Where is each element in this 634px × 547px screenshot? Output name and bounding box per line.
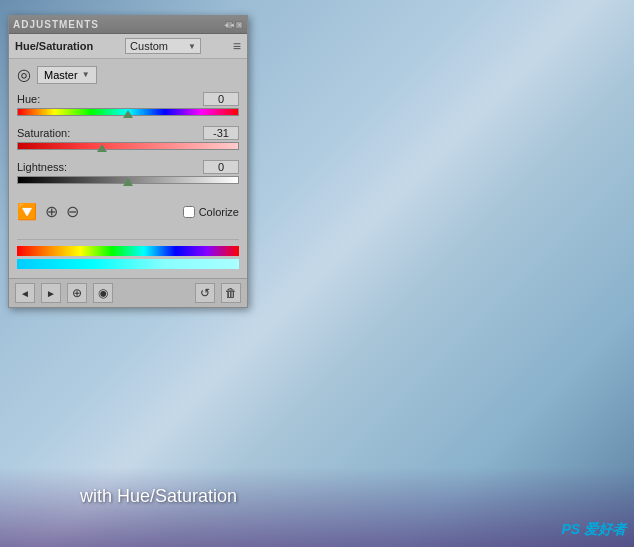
back-button[interactable]: ◄ [15, 283, 35, 303]
caption-text: with Hue/Saturation [80, 486, 237, 507]
cyan-spectrum-bar [17, 259, 239, 269]
close-button[interactable]: ✕ [235, 21, 243, 29]
hue-label: Hue: [17, 93, 40, 105]
colorize-label: Colorize [199, 206, 239, 218]
eyedroppers: 🔽 ⊕ ⊖ [17, 202, 79, 221]
hue-gradient-track[interactable] [17, 108, 239, 116]
light-label: Lightness: [17, 161, 67, 173]
sat-label: Saturation: [17, 127, 70, 139]
panel-menu-icon[interactable]: ≡ [233, 38, 241, 54]
sat-slider-track[interactable] [17, 142, 239, 154]
hue-row: Hue: [17, 92, 239, 120]
target-icon[interactable]: ◎ [17, 65, 31, 84]
light-value-input[interactable] [203, 160, 239, 174]
preset-arrow: ▼ [188, 42, 196, 51]
preset-dropdown[interactable]: Custom ▼ [125, 38, 201, 54]
saturation-row: Saturation: [17, 126, 239, 154]
bottom-overlay [0, 467, 634, 547]
light-label-row: Lightness: [17, 160, 239, 174]
visibility-button[interactable]: ◉ [93, 283, 113, 303]
sat-label-row: Saturation: [17, 126, 239, 140]
panel-title: ADJUSTMENTS [13, 19, 99, 30]
panel-header: Hue/Saturation Custom ▼ ≡ [9, 34, 247, 59]
lightness-row: Lightness: [17, 160, 239, 188]
light-thumb[interactable] [123, 176, 133, 186]
channel-dropdown[interactable]: Master ▼ [37, 66, 97, 84]
colorize-row: Colorize [183, 206, 239, 218]
panel-toolbar: ◄ ► ⊕ ◉ ↺ 🗑 [9, 278, 247, 307]
eyedropper-icon[interactable]: 🔽 [17, 202, 37, 221]
preset-label: Custom [130, 40, 168, 52]
eyedropper-add-icon[interactable]: ⊕ [45, 202, 58, 221]
preset-dropdown-box[interactable]: Custom ▼ [125, 38, 201, 54]
new-layer-button[interactable]: ⊕ [67, 283, 87, 303]
light-gradient-track[interactable] [17, 176, 239, 184]
eyedropper-subtract-icon[interactable]: ⊖ [66, 202, 79, 221]
sat-thumb[interactable] [97, 142, 107, 152]
colorize-checkbox[interactable] [183, 206, 195, 218]
channel-label: Master [44, 69, 78, 81]
hue-label-row: Hue: [17, 92, 239, 106]
toolbar-left: ◄ ► ⊕ ◉ [15, 283, 113, 303]
delete-button[interactable]: 🗑 [221, 283, 241, 303]
spectrum-section [17, 239, 239, 269]
panel-titlebar: ADJUSTMENTS ◄◄ ✕ [9, 16, 247, 34]
master-row: ◎ Master ▼ [17, 65, 239, 84]
channel-arrow: ▼ [82, 70, 90, 79]
collapse-button[interactable]: ◄◄ [225, 21, 233, 29]
sat-gradient-track[interactable] [17, 142, 239, 150]
watermark: PS 爱好者 [561, 521, 626, 539]
forward-button[interactable]: ► [41, 283, 61, 303]
sat-value-input[interactable] [203, 126, 239, 140]
hue-value-input[interactable] [203, 92, 239, 106]
panel-body: ◎ Master ▼ Hue: Saturation: [9, 59, 247, 278]
hue-slider-track[interactable] [17, 108, 239, 120]
icon-colorize-row: 🔽 ⊕ ⊖ Colorize [17, 194, 239, 229]
adjustment-type-label: Hue/Saturation [15, 40, 93, 52]
adjustments-panel: ADJUSTMENTS ◄◄ ✕ Hue/Saturation Custom ▼… [8, 15, 248, 308]
reset-button[interactable]: ↺ [195, 283, 215, 303]
rainbow-spectrum-bar [17, 246, 239, 256]
toolbar-right: ↺ 🗑 [195, 283, 241, 303]
title-controls: ◄◄ ✕ [225, 21, 243, 29]
ps-logo: PS 爱好者 [561, 521, 626, 537]
light-slider-track[interactable] [17, 176, 239, 188]
hue-thumb[interactable] [123, 108, 133, 118]
